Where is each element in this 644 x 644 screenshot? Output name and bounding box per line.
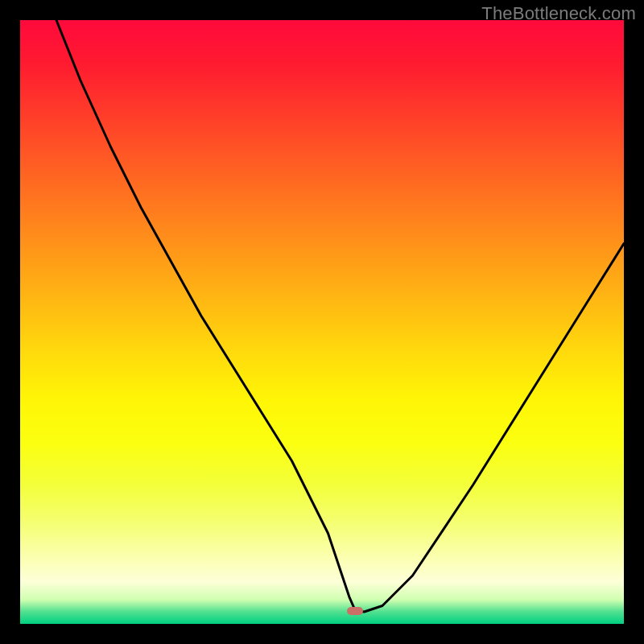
watermark-text: TheBottleneck.com	[481, 3, 636, 24]
chart-frame: TheBottleneck.com	[0, 0, 644, 644]
plot-area	[20, 20, 624, 624]
curve-svg	[20, 20, 624, 624]
bottleneck-curve	[56, 20, 624, 612]
optimum-marker	[347, 607, 363, 615]
